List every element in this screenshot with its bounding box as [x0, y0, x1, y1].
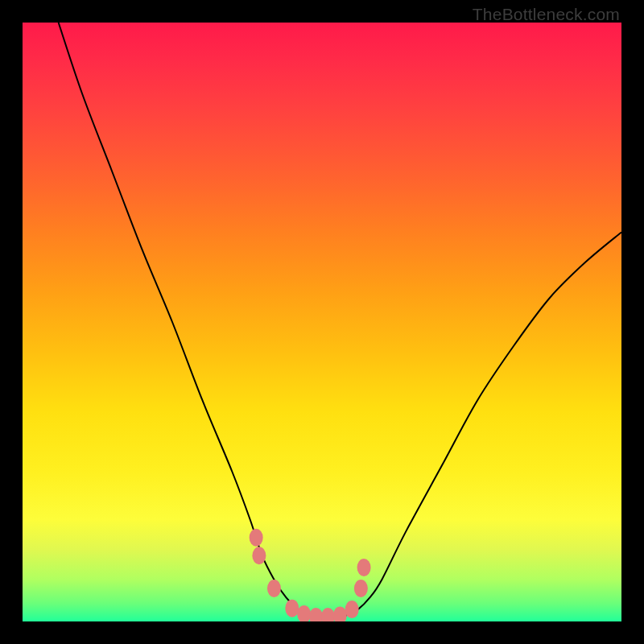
- curve-marker: [357, 559, 371, 576]
- bottleneck-curve: [59, 23, 621, 619]
- marker-group: [250, 529, 371, 621]
- chart-plot-area: [23, 23, 621, 621]
- curve-marker: [250, 529, 263, 547]
- curve-marker: [252, 547, 266, 564]
- curve-marker: [297, 605, 311, 621]
- curve-marker: [267, 580, 281, 597]
- curve-marker: [354, 580, 368, 597]
- curve-marker: [309, 608, 323, 621]
- watermark-label: TheBottleneck.com: [473, 5, 620, 24]
- curve-marker: [333, 607, 347, 621]
- curve-marker: [345, 601, 359, 618]
- chart-svg: [23, 23, 621, 621]
- curve-marker: [285, 600, 299, 617]
- curve-marker: [321, 608, 335, 621]
